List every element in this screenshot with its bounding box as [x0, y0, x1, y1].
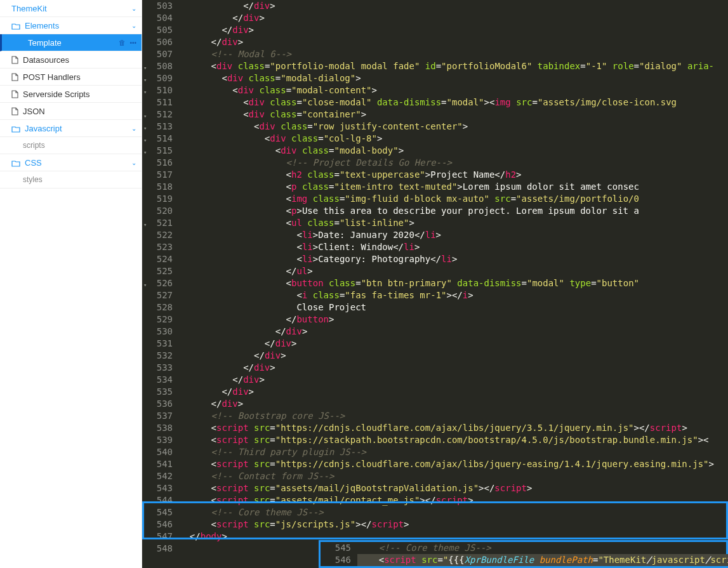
sidebar: ThemeKit ⌄ Elements ⌄ Template 🗑 ••• Dat… [0, 0, 142, 568]
sidebar-item-label: Template [28, 38, 62, 48]
file-icon [11, 56, 18, 64]
sidebar-item-themekit[interactable]: ThemeKit ⌄ [0, 0, 142, 17]
chevron-down-icon: ⌄ [131, 5, 136, 12]
code-editor[interactable]: 503504505506507508▾509▾510▾511512▾513▾51… [142, 0, 728, 568]
sidebar-item-label: Serverside Scripts [23, 89, 89, 99]
sidebar-item-label: Elements [25, 21, 59, 30]
chevron-down-icon: ⌄ [131, 22, 136, 29]
sidebar-item-label: ThemeKit [11, 4, 47, 13]
trash-icon[interactable]: 🗑 [119, 39, 126, 46]
inset-editor[interactable]: 545546 <!-- Core theme JS--> <script src… [319, 540, 728, 568]
sidebar-item-json[interactable]: JSON [0, 103, 142, 120]
folder-icon [11, 159, 20, 166]
sidebar-item-label: scripts [23, 141, 45, 150]
code-content[interactable]: </div> </div> </div> </div> <!-- Modal 6… [179, 0, 714, 568]
file-icon [11, 107, 18, 116]
sidebar-item-styles[interactable]: styles [0, 171, 142, 188]
more-icon[interactable]: ••• [129, 39, 136, 46]
folder-icon [11, 22, 20, 29]
sidebar-item-javascript[interactable]: Javascript ⌄ [0, 120, 142, 137]
sidebar-item-serverside-scripts[interactable]: Serverside Scripts [0, 86, 142, 103]
sidebar-item-label: POST Handlers [23, 72, 81, 82]
sidebar-item-label: styles [23, 175, 43, 184]
sidebar-item-template[interactable]: Template 🗑 ••• [0, 34, 142, 51]
file-icon [11, 73, 18, 81]
inset-line-gutter: 545546 [321, 542, 357, 566]
sidebar-item-css[interactable]: CSS ⌄ [0, 154, 142, 171]
file-icon [11, 90, 18, 98]
line-gutter: 503504505506507508▾509▾510▾511512▾513▾51… [142, 0, 179, 568]
sidebar-item-datasources[interactable]: Datasources [0, 51, 142, 69]
sidebar-item-post-handlers[interactable]: POST Handlers [0, 69, 142, 86]
folder-icon [11, 125, 20, 132]
sidebar-item-label: CSS [25, 158, 42, 168]
sidebar-item-elements[interactable]: Elements ⌄ [0, 17, 142, 34]
chevron-down-icon: ⌄ [131, 159, 136, 166]
sidebar-item-scripts[interactable]: scripts [0, 137, 142, 154]
sidebar-item-label: Javascript [25, 124, 62, 133]
sidebar-item-label: JSON [23, 107, 45, 116]
chevron-down-icon: ⌄ [131, 125, 136, 132]
sidebar-item-label: Datasources [23, 55, 69, 65]
inset-code-content[interactable]: <!-- Core theme JS--> <script src="{{{Xp… [357, 542, 728, 566]
